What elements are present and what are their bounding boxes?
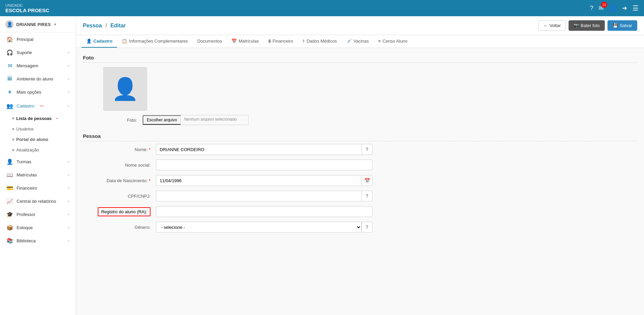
tab-dados-icon: ⚕ — [302, 39, 305, 44]
ambiente-icon: 🏛 — [6, 76, 13, 82]
ra-group: Registro do aluno (RA): — [83, 206, 637, 217]
cpf-label: CPF/CNPJ: — [83, 194, 151, 199]
sidebar-user[interactable]: 👤 DRIANNE PIRES ▾ — [0, 16, 76, 33]
cpf-group: CPF/CNPJ: ? — [83, 191, 637, 201]
sidebar-item-turmas[interactable]: 👤 Turmas ＋ — [0, 155, 76, 168]
sidebar-item-mensagem[interactable]: ✉ Mensagem ＋ — [0, 59, 76, 72]
tab-vacinas[interactable]: 💉 Vacinas — [342, 35, 373, 48]
genero-help-icon[interactable]: ? — [362, 222, 372, 233]
sidebar-item-financeiro[interactable]: 💳 Financeiro ＋ — [0, 181, 76, 195]
nome-label: Nome: * — [83, 147, 151, 152]
expand-icon-matriculas: ＋ — [67, 172, 70, 177]
sidebar-label-mensagem: Mensagem — [17, 63, 38, 68]
calendar-icon[interactable]: 📅 — [362, 175, 372, 186]
tab-matriculas[interactable]: 📅 Matrículas — [227, 35, 263, 48]
genero-select-wrapper: - selecione - Masculino Feminino Outro ? — [156, 222, 372, 233]
tab-censo-aluno[interactable]: ≡ Censo Aluno — [373, 35, 412, 48]
professor-icon: 🎓 — [6, 211, 13, 218]
nome-input[interactable] — [156, 144, 362, 155]
unit-info: UNIDADE: ESCOLA PROESC — [5, 3, 49, 13]
dot-icon-usuarios — [12, 128, 14, 130]
sidebar-item-principal[interactable]: 🏠 Principal — [0, 33, 76, 46]
genero-select[interactable]: - selecione - Masculino Feminino Outro — [156, 222, 362, 233]
sidebar-item-cadastro[interactable]: 👥 Cadastro ← ＋ — [0, 99, 76, 113]
logout-icon[interactable]: ➜ — [622, 4, 627, 12]
nome-group: Nome: * ? — [83, 144, 637, 155]
cpf-input[interactable] — [156, 191, 362, 201]
tab-documentos[interactable]: Documentos — [193, 35, 227, 48]
expand-icon-relatorios: ＋ — [67, 199, 70, 204]
sidebar-item-estoque[interactable]: 📦 Estoque ＋ — [0, 221, 76, 234]
choose-file-button[interactable]: Escolher arquivo — [143, 115, 181, 125]
user-avatar: 👤 — [5, 20, 14, 28]
sidebar-item-ambiente-aluno[interactable]: 🏛 Ambiente do aluno ＋ — [0, 72, 76, 85]
tab-dados-medicos[interactable]: ⚕ Dados Médicos — [298, 35, 342, 48]
expand-icon-financeiro: ＋ — [67, 186, 70, 191]
expand-icon-suporte: ＋ — [67, 50, 70, 55]
breadcrumb-separator: / — [106, 23, 107, 28]
photo-button[interactable]: 📷 Bater foto — [569, 20, 605, 31]
expand-icon-ambiente: ＋ — [67, 76, 70, 81]
tab-cadastro[interactable]: 👤 Cadastro — [82, 35, 117, 48]
save-button[interactable]: 💾 Salvar — [607, 20, 637, 31]
nome-help-icon[interactable]: ? — [362, 144, 372, 155]
foto-section-title: Foto — [83, 55, 637, 63]
sidebar-item-suporte[interactable]: 🎧 Suporte ＋ — [0, 46, 76, 59]
sidebar-item-relatorios[interactable]: 📈 Central de relatórios ＋ — [0, 195, 76, 208]
sidebar-subitem-atualizacao[interactable]: Atualização — [12, 145, 76, 155]
dot-icon-lista — [12, 117, 14, 119]
estoque-icon: 📦 — [6, 224, 13, 231]
sidebar-subitem-portal-aluno[interactable]: Portal do aluno — [12, 134, 76, 145]
notification-container: ✉ 10 — [599, 4, 604, 12]
subitem-label-lista: Lista de pessoas — [16, 116, 52, 121]
tab-informacoes[interactable]: 📋 Informações Complementares — [117, 35, 192, 48]
unit-label: UNIDADE: — [5, 3, 49, 7]
photo-placeholder: 👤 — [103, 67, 147, 111]
tab-dados-label: Dados Médicos — [306, 39, 337, 44]
sidebar: 👤 DRIANNE PIRES ▾ 🏠 Principal 🎧 Suporte … — [0, 16, 76, 315]
nome-social-group: Nome social: — [83, 160, 637, 170]
sidebar-subitem-usuarios[interactable]: Usuários — [12, 124, 76, 134]
menu-icon[interactable]: ☰ — [632, 4, 639, 12]
tab-financeiro[interactable]: $ Financeiro — [263, 35, 298, 48]
ra-input[interactable] — [156, 206, 372, 217]
dot-icon-portal — [12, 139, 14, 141]
sidebar-item-professor[interactable]: 🎓 Professor ＋ — [0, 208, 76, 221]
sidebar-subitem-lista-pessoas[interactable]: Lista de pessoas ← — [12, 113, 76, 124]
relatorios-icon: 📈 — [6, 198, 13, 204]
foto-label: Foto: — [96, 118, 137, 123]
notification-badge: 10 — [601, 2, 607, 8]
expand-icon-mensagem: ＋ — [67, 63, 70, 68]
help-icon[interactable]: ? — [590, 5, 593, 12]
cpf-help-icon[interactable]: ? — [362, 191, 372, 201]
tab-cadastro-icon: 👤 — [86, 39, 92, 44]
user-icon[interactable]: 👤 — [609, 4, 617, 12]
sidebar-item-matriculas[interactable]: 📖 Matrículas ＋ — [0, 168, 76, 181]
nome-social-input[interactable] — [156, 160, 372, 170]
expand-icon-mais: ＋ — [67, 90, 70, 95]
camera-icon: 📷 — [574, 23, 579, 28]
header-buttons: ← Voltar 📷 Bater foto 💾 Salvar — [538, 20, 637, 31]
breadcrumb: Pessoa / Editar — [83, 23, 126, 29]
back-button[interactable]: ← Voltar — [538, 20, 566, 31]
matriculas-icon: 📖 — [6, 172, 13, 178]
tab-vacinas-label: Vacinas — [353, 39, 369, 44]
expand-icon-cadastro: ＋ — [67, 103, 70, 108]
back-icon: ← — [544, 23, 548, 28]
unit-name: ESCOLA PROESC — [5, 7, 49, 13]
sidebar-item-biblioteca[interactable]: 📚 Biblioteca ＋ — [0, 234, 76, 247]
back-label: Voltar — [550, 23, 561, 28]
cadastro-icon: 👥 — [6, 103, 13, 109]
pessoa-section-title: Pessoa — [83, 133, 637, 141]
data-nasc-input[interactable] — [156, 175, 362, 186]
cpf-input-wrapper: ? — [156, 191, 372, 201]
main-content: Pessoa / Editar ← Voltar 📷 Bater foto 💾 … — [76, 16, 644, 315]
subitem-label-usuarios: Usuários — [16, 126, 33, 131]
message-icon: ✉ — [6, 63, 13, 69]
sidebar-item-mais-opcoes[interactable]: + Mais opções ＋ — [0, 85, 76, 99]
content-area: Foto 👤 Foto: Escolher arquivo Nenhum arq… — [76, 48, 644, 315]
tab-matriculas-label: Matrículas — [238, 39, 259, 44]
expand-icon-biblioteca: ＋ — [67, 238, 70, 243]
photo-upload-row: Foto: Escolher arquivo Nenhum arquivo se… — [96, 115, 637, 125]
file-input-wrapper: Escolher arquivo Nenhum arquivo selecion… — [142, 115, 249, 125]
